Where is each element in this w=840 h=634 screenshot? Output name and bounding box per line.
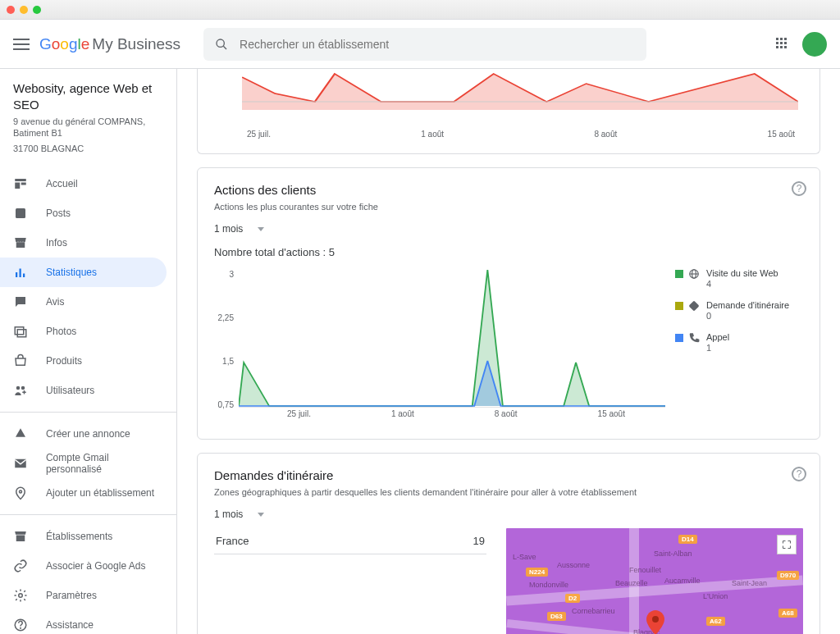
storefront-icon [13, 529, 30, 544]
search-input[interactable] [240, 38, 635, 51]
nav-support[interactable]: Assistance [0, 610, 167, 634]
nav-reviews[interactable]: Avis [0, 287, 167, 317]
period-selector[interactable]: 1 mois [214, 509, 803, 520]
caret-down-icon [258, 227, 264, 231]
row-label: France [216, 535, 249, 547]
nav-label: Établissements [46, 531, 112, 542]
nav-photos[interactable]: Photos [0, 317, 167, 346]
svg-rect-9 [23, 273, 25, 277]
svg-rect-10 [15, 327, 24, 335]
nav-create-ad[interactable]: Créer une annonce [0, 419, 167, 449]
swatch-icon [675, 302, 683, 310]
search-bar[interactable] [203, 28, 646, 61]
svg-rect-7 [16, 272, 17, 277]
x-tick: 8 août [594, 130, 617, 139]
legend-item-call[interactable]: Appel1 [675, 332, 803, 353]
nav-label: Avis [46, 296, 64, 308]
directions-icon [688, 300, 701, 312]
map-label: Saint-Alban [654, 550, 692, 558]
card-subtitle: Actions les plus courantes sur votre fic… [214, 202, 803, 212]
map-label: Mondonville [529, 581, 568, 589]
map-label: Aussonne [557, 561, 590, 569]
svg-point-19 [19, 594, 23, 598]
table-row[interactable]: France 19 [214, 528, 486, 554]
svg-rect-6 [16, 242, 25, 248]
fullscreen-button[interactable] [777, 535, 797, 554]
period-selector[interactable]: 1 mois [214, 223, 803, 235]
road-badge: D2 [565, 594, 580, 603]
x-tick: 15 août [598, 409, 625, 418]
svg-line-1 [223, 46, 226, 49]
legend-value: 0 [706, 311, 789, 321]
nav-label: Compte Gmail personnalisé [46, 452, 167, 475]
road-badge: D63 [547, 612, 566, 621]
x-axis: 25 juil. 1 août 8 août 15 août [239, 409, 665, 418]
total-actions: Nombre total d'actions : 5 [214, 246, 803, 258]
ads-icon [13, 426, 30, 441]
sidebar-nav: Accueil Posts Infos Statistiques Avis Ph… [0, 169, 176, 634]
y-tick: 1,5 [214, 357, 234, 366]
road-badge: A62 [706, 617, 725, 626]
legend-value: 4 [706, 279, 778, 289]
nav-info[interactable]: Infos [0, 228, 167, 258]
users-icon [13, 383, 30, 398]
nav-insights[interactable]: Statistiques [0, 258, 167, 287]
business-address-2: 31700 BLAGNAC [13, 143, 163, 154]
map-label: Saint-Jean [732, 579, 767, 587]
avatar[interactable] [802, 32, 827, 57]
help-icon[interactable]: ? [792, 467, 806, 481]
svg-rect-5 [16, 208, 25, 218]
svg-rect-11 [17, 330, 26, 337]
legend-item-directions[interactable]: Demande d'itinéraire0 [675, 300, 803, 321]
nav-users[interactable]: Utilisateurs [0, 376, 167, 405]
nav-gmail[interactable]: Compte Gmail personnalisé [0, 449, 167, 478]
svg-rect-4 [21, 182, 26, 185]
nav-add-location[interactable]: Ajouter un établissement [0, 478, 167, 508]
nav-home[interactable]: Accueil [0, 169, 167, 198]
directions-map[interactable]: D14 N224 D2 D63 A62 D970 A68 L-Save Auss… [506, 528, 803, 634]
apps-grid-icon[interactable] [776, 38, 789, 51]
link-icon [13, 559, 30, 573]
svg-point-12 [16, 386, 21, 390]
home-icon [13, 176, 30, 191]
row-value: 19 [473, 535, 485, 547]
nav-label: Paramètres [46, 590, 97, 601]
x-tick: 25 juil. [287, 409, 311, 418]
y-axis: 3 2,25 1,5 0,75 [214, 268, 239, 424]
x-tick: 15 août [768, 130, 795, 139]
swatch-icon [675, 270, 683, 278]
top-chart: 0 [242, 69, 798, 126]
x-tick: 1 août [391, 409, 414, 418]
nav-label: Produits [46, 355, 82, 367]
zoom-dot-icon[interactable] [33, 6, 41, 14]
menu-button[interactable] [13, 39, 30, 50]
nav-label: Accueil [46, 178, 78, 189]
map-label: Beauzelle [615, 579, 648, 587]
nav-label: Posts [46, 208, 71, 219]
close-dot-icon[interactable] [7, 6, 15, 14]
nav-link-ads[interactable]: Associer à Google Ads [0, 551, 167, 581]
logo: Google My Business [39, 35, 180, 53]
nav-label: Infos [46, 237, 67, 249]
directions-table: France 19 [214, 528, 486, 634]
svg-rect-27 [688, 300, 699, 311]
svg-rect-18 [16, 535, 25, 541]
nav-settings[interactable]: Paramètres [0, 581, 167, 610]
photos-icon [13, 324, 30, 339]
nav-posts[interactable]: Posts [0, 198, 167, 228]
legend-label: Visite du site Web [706, 268, 778, 278]
business-name: Webosity, agence Web et SEO [13, 80, 163, 112]
map-label: Cornebarrieu [572, 607, 615, 615]
nav-locations[interactable]: Établissements [0, 522, 167, 551]
help-icon[interactable]: ? [792, 181, 806, 196]
svg-rect-8 [20, 268, 21, 277]
nav-label: Créer une annonce [46, 428, 130, 440]
card-title: Actions des clients [214, 183, 803, 197]
legend-label: Appel [706, 332, 729, 342]
minimize-dot-icon[interactable] [20, 6, 28, 14]
nav-products[interactable]: Produits [0, 346, 167, 376]
legend-item-web[interactable]: Visite du site Web4 [675, 268, 803, 289]
app-header: Google My Business [0, 20, 840, 69]
legend-value: 1 [706, 343, 729, 353]
search-icon [215, 38, 228, 51]
